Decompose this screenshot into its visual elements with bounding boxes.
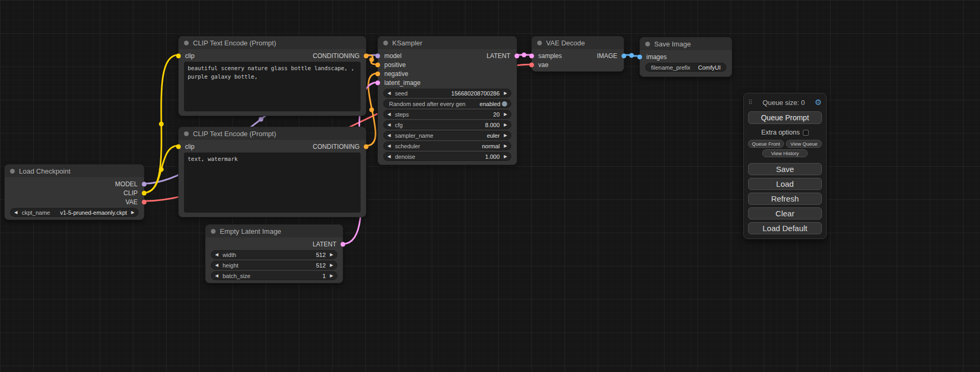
widget-height[interactable]: ◀ height 512 ▶ [211,261,337,270]
collapse-dot-icon[interactable] [10,169,15,174]
decrement-arrow-icon[interactable]: ◀ [387,155,391,159]
increment-arrow-icon[interactable]: ▶ [504,144,507,148]
decrement-arrow-icon[interactable]: ◀ [215,253,218,257]
widget-value: 8.000 [485,122,500,128]
node-clip-positive-titlebar[interactable]: CLIP Text Encode (Prompt) [179,36,366,49]
port-row: samples IMAGE [532,51,624,60]
load-button[interactable]: Load [748,178,822,190]
increment-arrow-icon[interactable]: ▶ [330,253,333,257]
node-title: CLIP Text Encode (Prompt) [193,39,276,47]
node-title: KSampler [392,39,422,47]
output-label-latent: LATENT [487,52,510,60]
decrement-arrow-icon[interactable]: ◀ [387,123,391,127]
node-save-image-titlebar[interactable]: Save Image [640,37,732,50]
input-label-clip: clip [185,143,195,150]
widget-scheduler[interactable]: ◀ scheduler normal ▶ [383,141,511,150]
decrement-arrow-icon[interactable]: ◀ [215,263,218,268]
input-label-positive: positive [384,61,406,69]
toggle-dot-icon[interactable] [502,101,507,107]
input-port-vae[interactable] [529,62,534,67]
output-port-model[interactable] [142,182,147,186]
clear-button[interactable]: Clear [748,207,822,220]
node-empty-latent-titlebar[interactable]: Empty Latent Image [206,225,343,237]
increment-arrow-icon[interactable]: ▶ [504,91,507,96]
widget-sampler-name[interactable]: ◀ sampler_name euler ▶ [383,131,511,140]
increment-arrow-icon[interactable]: ▶ [330,263,333,268]
output-port-latent[interactable] [341,242,345,246]
settings-gear-icon[interactable]: ⚙ [815,98,822,107]
widget-denoise[interactable]: ◀ denoise 1.000 ▶ [383,152,511,161]
output-port-clip[interactable] [142,190,147,195]
view-queue-button[interactable]: View Queue [786,140,822,148]
output-port-vae[interactable] [142,199,147,204]
input-row-positive: positive [378,60,517,69]
increment-arrow-icon[interactable]: ▶ [131,211,134,215]
output-port-image[interactable] [622,53,626,58]
widget-value: 512 [316,252,325,258]
input-port-negative[interactable] [375,71,380,76]
node-clip-text-encode-negative[interactable]: CLIP Text Encode (Prompt) clip CONDITION… [178,127,366,217]
node-clip-negative-titlebar[interactable]: CLIP Text Encode (Prompt) [179,127,366,140]
widget-steps[interactable]: ◀ steps 20 ▶ [383,110,511,119]
input-port-model[interactable] [375,53,380,58]
node-ksampler[interactable]: KSampler model LATENT positive negative … [377,36,517,165]
collapse-dot-icon[interactable] [645,42,650,46]
view-history-button[interactable]: View History [762,149,808,157]
load-default-button[interactable]: Load Default [748,222,822,234]
widget-cfg[interactable]: ◀ cfg 8.000 ▶ [383,120,511,129]
input-port-latent-image[interactable] [375,80,380,85]
node-empty-latent-image[interactable]: Empty Latent Image LATENT ◀ width 512 ▶ … [205,224,343,283]
increment-arrow-icon[interactable]: ▶ [330,274,333,278]
collapse-dot-icon[interactable] [537,41,542,45]
decrement-arrow-icon[interactable]: ◀ [387,112,391,117]
node-save-image[interactable]: Save Image images filename_prefix ComfyU… [639,37,732,77]
input-port-samples[interactable] [529,53,534,58]
input-port-clip[interactable] [176,144,181,149]
decrement-arrow-icon[interactable]: ◀ [387,133,391,138]
decrement-arrow-icon[interactable]: ◀ [387,91,391,96]
increment-arrow-icon[interactable]: ▶ [504,155,507,159]
wire-midpoint-model [259,117,264,122]
comfy-menu-panel[interactable]: ⠿ Queue size: 0 ⚙ Queue Prompt Extra opt… [743,93,827,239]
widget-width[interactable]: ◀ width 512 ▶ [211,250,337,259]
queue-prompt-button[interactable]: Queue Prompt [748,111,822,124]
widget-filename-prefix[interactable]: filename_prefix ComfyUI [645,63,726,72]
wire-midpoint-image [629,53,634,58]
widget-seed[interactable]: ◀ seed 156680208700286 ▶ [383,89,511,98]
collapse-dot-icon[interactable] [184,131,189,136]
node-ksampler-titlebar[interactable]: KSampler [378,36,517,49]
node-graph-canvas[interactable]: Load Checkpoint MODEL CLIP VAE ◀ ckpt_na… [0,0,980,372]
increment-arrow-icon[interactable]: ▶ [504,123,507,127]
collapse-dot-icon[interactable] [184,41,189,45]
extra-options-checkbox[interactable] [803,130,809,136]
widget-label: height [222,262,238,269]
increment-arrow-icon[interactable]: ▶ [504,112,507,117]
decrement-arrow-icon[interactable]: ◀ [14,211,17,215]
node-vae-decode[interactable]: VAE Decode samples IMAGE vae [531,36,624,72]
output-port-conditioning[interactable] [364,53,368,58]
collapse-dot-icon[interactable] [211,229,216,234]
collapse-dot-icon[interactable] [383,41,388,45]
refresh-button[interactable]: Refresh [748,193,822,205]
widget-ckpt-name[interactable]: ◀ ckpt_name v1-5-pruned-emaonly.ckpt ▶ [10,208,139,217]
queue-front-button[interactable]: Queue Front [748,140,784,148]
save-button[interactable]: Save [748,163,822,175]
input-port-clip[interactable] [176,53,181,58]
drag-handle-icon[interactable]: ⠿ [748,99,753,106]
node-vae-decode-titlebar[interactable]: VAE Decode [532,36,624,49]
input-port-images[interactable] [637,54,642,59]
decrement-arrow-icon[interactable]: ◀ [387,144,391,148]
node-load-checkpoint-titlebar[interactable]: Load Checkpoint [5,165,144,177]
prompt-textarea[interactable]: beautiful scenery nature glass bottle la… [184,62,361,111]
node-clip-text-encode-positive[interactable]: CLIP Text Encode (Prompt) clip CONDITION… [178,36,366,116]
widget-random-seed-toggle[interactable]: Random seed after every gen enabled [383,99,511,108]
output-port-conditioning[interactable] [364,144,368,149]
increment-arrow-icon[interactable]: ▶ [504,133,507,138]
widget-batch-size[interactable]: ◀ batch_size 1 ▶ [211,271,337,280]
prompt-textarea[interactable]: text, watermark [184,152,361,213]
decrement-arrow-icon[interactable]: ◀ [215,274,218,278]
input-port-positive[interactable] [375,62,380,67]
wire-midpoint-clip-top [159,122,164,127]
node-load-checkpoint[interactable]: Load Checkpoint MODEL CLIP VAE ◀ ckpt_na… [4,164,144,220]
output-port-latent[interactable] [515,53,519,58]
